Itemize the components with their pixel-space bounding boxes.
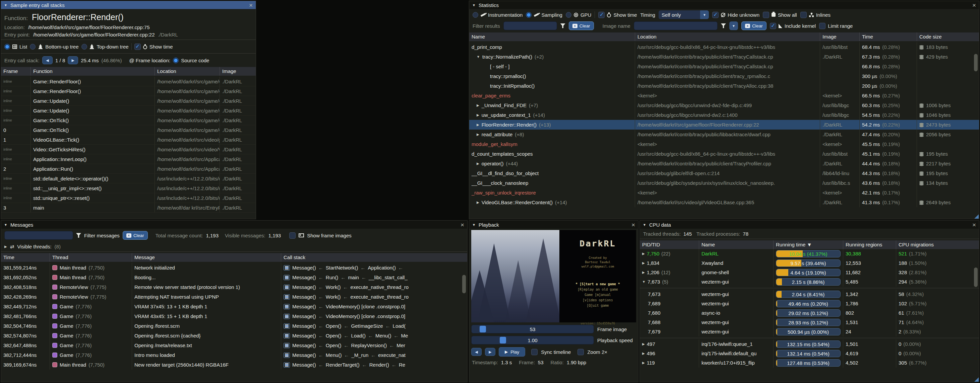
cell-time[interactable]: 382,574,807ns (1, 331, 49, 340)
column-header[interactable]: Time (859, 32, 916, 41)
expand-icon[interactable]: ▶ (642, 358, 645, 367)
column-header[interactable]: Message (132, 253, 281, 262)
column-header[interactable]: Image (820, 32, 859, 41)
cell-location[interactable]: /home/wolf/darkrl/contrib/tracy/public/c… (635, 159, 820, 168)
cell-name[interactable]: clear_page_erms (469, 91, 635, 100)
column-header[interactable]: Code size (916, 32, 979, 41)
cell-location[interactable]: /usr/src/debug/gcc-build/x86_64-pc-linux… (635, 42, 820, 52)
cell-location[interactable]: /usr/src/debug/glibc/elf/dl-open.c:214 (635, 168, 820, 178)
call-stack-icon[interactable] (283, 343, 290, 348)
expand-icon[interactable]: ▼ (642, 277, 646, 286)
resize-grip[interactable] (974, 377, 978, 381)
cell-thread[interactable]: Game(7,776) (49, 350, 132, 360)
cell-location[interactable]: /home/wolf/darkrl/contrib/tracy/public/c… (635, 81, 820, 91)
call-stack-icon[interactable] (283, 285, 290, 290)
cell-function[interactable]: Game::Update() (30, 106, 154, 116)
cell-thread[interactable]: Game(7,776) (49, 302, 132, 311)
cell-call-stack[interactable]: Message()←RenderTarget()←Render()←Re (281, 360, 467, 370)
checkbox-include-kernel[interactable]: Include kernel (770, 23, 816, 29)
chevron-down-icon[interactable]: ▼ (700, 10, 709, 19)
call-stack-icon[interactable] (283, 314, 290, 319)
column-header[interactable]: Time (1, 253, 49, 262)
cell-name[interactable]: ▶VideoGLBase::RenderContent()(+14) (469, 198, 635, 207)
expand-icon[interactable]: ▶ (642, 339, 645, 349)
column-header[interactable]: Location (154, 67, 220, 76)
cell-call-stack[interactable]: Message()←VideoMemory() [clone .constpro… (281, 302, 467, 311)
cell-name[interactable]: tracy::rpmalloc() (469, 71, 635, 81)
prev-frame-button[interactable]: ◀ (471, 348, 482, 356)
zoom-2x-checkbox[interactable] (578, 349, 584, 355)
cell-message[interactable]: Intro menu loaded (132, 350, 281, 360)
filter-input[interactable] (4, 231, 73, 240)
checkbox-show-all[interactable]: Show all (763, 12, 797, 18)
call-stack-icon[interactable] (283, 353, 290, 358)
clear-button[interactable]: xClear (569, 21, 594, 30)
cell-location[interactable]: /home/wolf/darkrl/src/video/gl/VideoGLBa… (154, 135, 220, 145)
cell-thread[interactable]: Main thread(7,750) (49, 263, 132, 272)
cell-location[interactable]: /usr/include/c++/12.2.0/bits/unique_ptr.… (154, 184, 220, 193)
checkbox-icon[interactable] (763, 12, 769, 18)
call-stack-icon[interactable] (283, 294, 290, 300)
cell-name[interactable]: [ - self - ] (469, 62, 635, 71)
cell-function[interactable]: Game::OnTick() (30, 116, 154, 125)
collapse-icon[interactable]: ▼ (472, 3, 476, 7)
cell-message[interactable]: Opening /forest.scrn (132, 321, 281, 331)
timing-dropdown[interactable]: Self only▼ (659, 10, 709, 19)
radio-option-gpu[interactable]: GPU (566, 12, 592, 18)
cell-function[interactable]: Game::Update() (30, 96, 154, 106)
cell-location[interactable]: /home/wolf/darkrl/src/Application.cpp:22… (154, 154, 220, 164)
scrollbar-thumb[interactable] (462, 275, 466, 293)
checkbox-icon[interactable] (598, 12, 605, 18)
expand-icon[interactable]: ▶ (642, 258, 645, 268)
cell-location[interactable]: /home/wolf/darkrl/contrib/tracy/public/c… (635, 52, 820, 62)
call-stack-icon[interactable] (283, 265, 290, 271)
radio-option-sampling[interactable]: Sampling (526, 12, 562, 18)
cell-pid-tid[interactable]: 7,689 (640, 299, 699, 309)
expand-icon[interactable]: ▶ (477, 120, 479, 130)
radio-option-bottom-up-tree[interactable]: Bottom-up tree (30, 44, 78, 49)
radio-option-list[interactable]: List (4, 44, 27, 49)
cell-time[interactable]: 382,481,766ns (1, 311, 49, 321)
radio-icon[interactable] (30, 44, 35, 49)
column-header[interactable]: Thread (49, 253, 132, 262)
call-stack-icon[interactable] (283, 275, 290, 280)
cell-pid-tid[interactable]: ▶496 (640, 349, 699, 358)
text-input[interactable] (503, 21, 557, 30)
cell-function[interactable]: Game::OnTick() (30, 125, 154, 135)
cell-location[interactable]: /usr/include/c++/12.2.0/bits/unique_ptr.… (154, 193, 220, 203)
cell-thread[interactable]: RemoteView(7,775) (49, 292, 132, 302)
cell-call-stack[interactable]: Message()←Run()←main←__libc_start_call_ (281, 272, 467, 282)
cell-thread[interactable]: Game(7,776) (49, 331, 132, 340)
cell-function[interactable]: Game::RenderFloor() (30, 77, 154, 86)
resize-grip[interactable] (974, 214, 978, 218)
expand-icon[interactable]: ▶ (477, 110, 479, 120)
location-value[interactable]: /home/wolf/darkrl/src/game/floor/FloorRe… (28, 24, 150, 30)
scrollbar-thumb[interactable] (974, 267, 978, 287)
cell-time[interactable]: 382,408,518ns (1, 282, 49, 292)
play-button[interactable]: ▶ Play (499, 347, 525, 356)
cell-location[interactable]: /home/wolf/darkrl/src/video/Video.cpp:29 (154, 145, 220, 154)
cell-message[interactable]: VRAM 43x45: 15 + 1 KB depth 1 (132, 311, 281, 321)
cell-location[interactable]: /home/wolf/darkrl/src/video/gl/VideoGLBa… (635, 198, 820, 207)
slider-grab[interactable] (480, 326, 486, 332)
column-header[interactable]: Name (699, 241, 773, 249)
column-header[interactable]: Call stack (281, 253, 467, 262)
cell-call-stack[interactable]: Message()←Open()←Load()←Menu()←Me (281, 331, 467, 340)
radio-option-top-down-tree[interactable]: Top-down tree (81, 44, 129, 49)
cell-time[interactable]: 382,504,746ns (1, 321, 49, 331)
column-header[interactable]: Running regions (843, 241, 896, 249)
close-icon[interactable]: × (632, 222, 635, 228)
cell-name[interactable]: ▶operator()(+44) (469, 159, 635, 168)
titlebar-playback[interactable]: ▼ Playback × (469, 221, 638, 229)
expand-icon[interactable]: ▶ (477, 159, 479, 168)
cell-time[interactable]: 382,428,269ns (1, 292, 49, 302)
radio-option-instrumentation[interactable]: Instrumentation (473, 12, 522, 18)
titlebar-cpu-data[interactable]: ▼ CPU data × (640, 221, 979, 229)
cell-call-stack[interactable]: Message()←StartNetwork()←Application()← (281, 263, 467, 272)
cell-name[interactable]: module_get_kallsym (469, 139, 635, 149)
column-header[interactable]: Name (469, 32, 635, 41)
cell-pid-tid[interactable]: ▶7,750(22) (640, 249, 699, 258)
expand-icon[interactable]: ▶ (642, 249, 645, 258)
cell-name[interactable]: ▶_Unwind_Find_FDE(+7) (469, 100, 635, 110)
radio-option-source-code[interactable]: Source code (173, 58, 209, 63)
